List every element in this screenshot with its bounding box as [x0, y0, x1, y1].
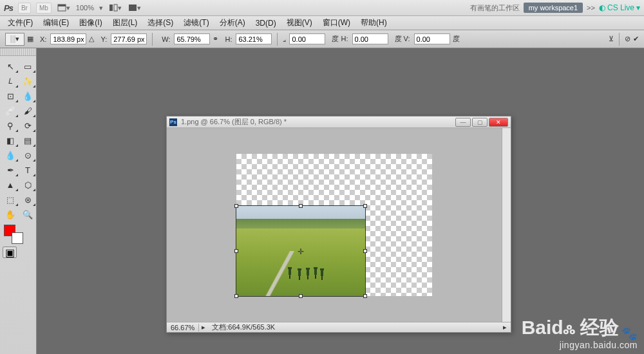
tool-preset-picker[interactable]: ░▾ — [5, 33, 24, 46]
shape-tool[interactable]: ⬡ — [20, 178, 35, 191]
h-field[interactable] — [236, 33, 272, 44]
warp-button[interactable]: ⊻ — [609, 35, 614, 43]
document-title: 1.png @ 66.7% (图层 0, RGB/8) * — [181, 117, 287, 127]
menu-edit[interactable]: 编辑(E) — [38, 17, 74, 28]
type-tool[interactable]: T — [20, 163, 35, 176]
healing-tool[interactable]: 🩹 — [3, 104, 18, 117]
menubar: 文件(F) 编辑(E) 图像(I) 图层(L) 选择(S) 滤镜(T) 分析(A… — [0, 16, 644, 30]
view-extras-icon[interactable]: ▾ — [57, 2, 71, 14]
transform-handle[interactable] — [234, 294, 238, 298]
hand-tool[interactable]: ✋ — [3, 208, 18, 221]
menu-analysis[interactable]: 分析(A) — [214, 17, 251, 28]
skew-h-label: 度 H: — [332, 34, 348, 44]
paw-icon: 🐾 — [621, 326, 638, 341]
svg-rect-1 — [58, 5, 66, 6]
work-area: Ps 1.png @ 66.7% (图层 0, RGB/8) * — ▢ ✕ — [37, 48, 644, 354]
eyedropper-tool[interactable]: 💧 — [20, 89, 35, 102]
bridge-button[interactable]: Br — [18, 3, 31, 14]
transform-handle[interactable] — [234, 249, 238, 253]
menu-help[interactable]: 帮助(H) — [355, 17, 392, 28]
crop-tool[interactable]: ⊡ — [3, 89, 18, 102]
screenmode-icon[interactable]: ▾ — [128, 2, 142, 14]
path-select-tool[interactable]: ▲ — [3, 178, 18, 191]
blur-tool[interactable]: 💧 — [3, 149, 18, 162]
y-field[interactable] — [111, 33, 147, 44]
lasso-tool[interactable]: 𝘓 — [3, 75, 18, 88]
brush-tool[interactable]: 🖌 — [20, 104, 35, 117]
background-swatch[interactable] — [12, 232, 23, 244]
reference-point-icon[interactable]: ▦ — [27, 35, 33, 43]
transform-handle[interactable] — [299, 204, 303, 208]
workspace-more[interactable]: >> — [587, 4, 595, 12]
quickmask-button[interactable]: ▣ — [3, 247, 17, 258]
gradient-tool[interactable]: ▤ — [20, 134, 35, 147]
v-unit: 度 — [453, 34, 460, 44]
options-bar: ░▾ ▦ X: △ Y: W: ⚭ H: ⦟ 度 H: 度 V: 度 ⊻ ⊘ ✔ — [0, 30, 644, 48]
menu-filter[interactable]: 滤镜(T) — [178, 17, 214, 28]
transform-handle[interactable] — [363, 294, 367, 298]
zoom-tool[interactable]: 🔍 — [20, 208, 35, 221]
toolbox-drag-handle[interactable] — [0, 48, 36, 56]
delta-icon[interactable]: △ — [89, 35, 94, 43]
marquee-tool[interactable]: ▭ — [20, 60, 35, 73]
cslive-icon: ◐ — [599, 3, 605, 12]
document-titlebar[interactable]: Ps 1.png @ 66.7% (图层 0, RGB/8) * — ▢ ✕ — [167, 116, 511, 128]
document-window: Ps 1.png @ 66.7% (图层 0, RGB/8) * — ▢ ✕ — [166, 116, 511, 333]
w-field[interactable] — [174, 33, 210, 44]
status-info[interactable]: 文档:664.9K/565.3K — [208, 322, 499, 332]
svg-rect-3 — [114, 5, 117, 11]
ps-file-icon: Ps — [169, 118, 177, 126]
history-brush-tool[interactable]: ⟳ — [20, 119, 35, 132]
eraser-tool[interactable]: ◧ — [3, 134, 18, 147]
transform-handle[interactable] — [299, 294, 303, 298]
svg-rect-2 — [109, 5, 113, 11]
link-icon[interactable]: ⚭ — [213, 35, 218, 43]
transform-center-icon[interactable]: ✛ — [298, 247, 304, 256]
x-field[interactable] — [50, 33, 86, 44]
move-tool[interactable]: ↖ — [3, 60, 18, 73]
canvas-area[interactable]: ✛ — [167, 128, 502, 322]
commit-transform-icon[interactable]: ✔ — [633, 35, 639, 43]
workspace-switcher[interactable]: my workspace1 — [524, 3, 583, 13]
vertical-scrollbar[interactable] — [502, 128, 511, 322]
wand-tool[interactable]: ✨ — [20, 75, 35, 88]
app-topbar: Ps Br Mb ▾ 100%▾ ▾ ▾ 有画笔的工作区 my workspac… — [0, 0, 644, 16]
skew-v-field[interactable] — [414, 33, 450, 44]
menu-image[interactable]: 图像(I) — [74, 17, 107, 28]
transform-handle[interactable] — [234, 204, 238, 208]
menu-window[interactable]: 窗口(W) — [317, 17, 355, 28]
w-label: W: — [162, 35, 170, 43]
menu-select[interactable]: 选择(S) — [142, 17, 178, 28]
zoom-level[interactable]: 100% — [76, 4, 94, 12]
menu-layer[interactable]: 图层(L) — [108, 17, 143, 28]
minimize-button[interactable]: — — [455, 118, 471, 127]
transform-handle[interactable] — [363, 204, 367, 208]
close-button[interactable]: ✕ — [489, 118, 508, 127]
skew-h-field[interactable] — [352, 33, 388, 44]
canvas[interactable]: ✛ — [236, 154, 432, 296]
skew-v-label: 度 V: — [395, 34, 410, 44]
y-label: Y: — [100, 35, 107, 43]
maximize-button[interactable]: ▢ — [472, 118, 488, 127]
pen-tool[interactable]: ✒ — [3, 163, 18, 176]
dodge-tool[interactable]: ⊙ — [20, 149, 35, 162]
svg-rect-4 — [129, 5, 137, 11]
camera-icon: ▣ — [5, 247, 15, 259]
minibridge-button[interactable]: Mb — [36, 3, 52, 14]
angle-field[interactable] — [289, 33, 325, 44]
status-zoom[interactable]: 66.67% — [167, 324, 199, 331]
cslive-button[interactable]: ◐CS Live▾ — [599, 3, 640, 12]
h-label: H: — [225, 35, 232, 43]
transform-handle[interactable] — [363, 249, 367, 253]
3d-tool[interactable]: ⬚ — [3, 193, 18, 206]
3d-camera-tool[interactable]: ⊛ — [20, 193, 35, 206]
document-statusbar: 66.67%▸ 文档:664.9K/565.3K▸ — [167, 322, 511, 332]
toolbox: ↖▭𝘓✨⊡💧🩹🖌⚲⟳◧▤💧⊙✒T▲⬡⬚⊛✋🔍 ▣ — [0, 48, 37, 354]
ps-logo: Ps — [4, 3, 13, 13]
menu-3d[interactable]: 3D(D) — [251, 19, 281, 28]
stamp-tool[interactable]: ⚲ — [3, 119, 18, 132]
arrange-icon[interactable]: ▾ — [108, 2, 122, 14]
cancel-transform-icon[interactable]: ⊘ — [625, 35, 630, 43]
menu-view[interactable]: 视图(V) — [281, 17, 317, 28]
menu-file[interactable]: 文件(F) — [3, 17, 38, 28]
